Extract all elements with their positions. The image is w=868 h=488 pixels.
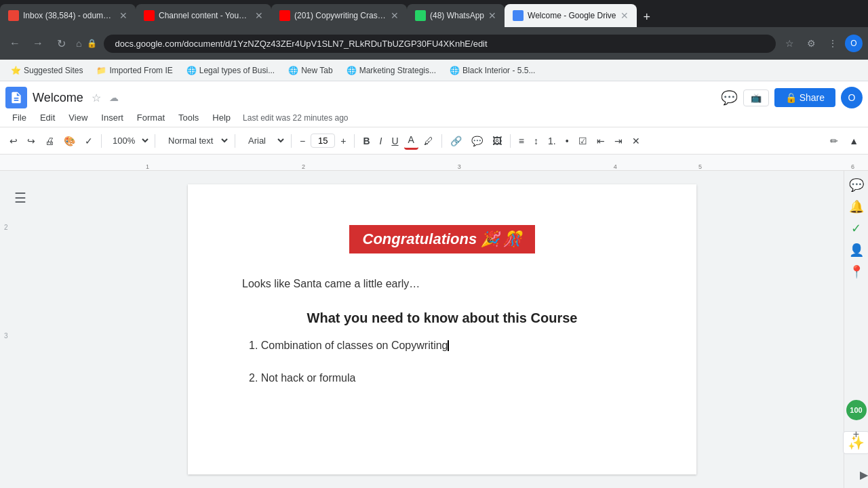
print-button[interactable]: 🖨 <box>41 133 58 149</box>
spell-check-button[interactable]: ✓ <box>81 133 97 149</box>
bookmark-legal[interactable]: 🌐 Legal types of Busi... <box>181 64 280 77</box>
tab-gmail-close[interactable]: ✕ <box>119 10 127 21</box>
tab-youtube1[interactable]: Channel content - YouTube ... ✕ <box>136 4 271 27</box>
bookmark-suggested-sites[interactable]: ⭐ Suggested Sites <box>5 64 88 77</box>
doc-page[interactable]: Congratulations 🎉 🎊 Looks like Santa cam… <box>188 184 696 474</box>
tab-drive-close[interactable]: ✕ <box>620 10 629 21</box>
docs-title-row: Welcome ☆ ☁ 💬 📺 🔒 Share O <box>5 84 863 110</box>
tab-yt2-close[interactable]: ✕ <box>391 10 399 21</box>
yt2-favicon <box>279 10 290 21</box>
share-button[interactable]: 🔒 Share <box>774 88 835 107</box>
bookmark-imported[interactable]: 📁 Imported From IE <box>91 64 178 77</box>
font-size-increase-button[interactable]: + <box>336 133 350 149</box>
docs-user-avatar[interactable]: O <box>841 87 863 108</box>
docs-toolbar: ↩ ↪ 🖨 🎨 ✓ 100% Normal text Arial − + B I… <box>0 127 868 155</box>
bookmark-black-interior[interactable]: 🌐 Black Interior - 5.5... <box>444 64 540 77</box>
doc-subtitle[interactable]: Looks like Santa came a little early… <box>242 278 642 290</box>
reload-button[interactable]: ↻ <box>52 34 71 53</box>
link-button[interactable]: 🔗 <box>446 133 466 149</box>
back-button[interactable]: ← <box>5 34 24 53</box>
style-selector[interactable]: Normal text <box>159 133 231 148</box>
menu-insert[interactable]: Insert <box>94 110 130 125</box>
notifications-sidebar-icon[interactable]: 🔔 <box>849 199 864 214</box>
font-selector[interactable]: Arial <box>239 133 287 148</box>
menu-tools[interactable]: Tools <box>172 110 205 125</box>
underline-button[interactable]: U <box>387 133 402 149</box>
ordered-list-button[interactable]: 1. <box>544 133 560 149</box>
list-item-2[interactable]: 2. Not hack or formula <box>249 372 642 384</box>
comment-sidebar-icon[interactable]: 💬 <box>849 178 864 192</box>
menu-view[interactable]: View <box>62 110 94 125</box>
list-item-1[interactable]: 1. Combination of classes on Copywriting <box>249 340 642 352</box>
browser-menu-button[interactable]: ⋮ <box>823 34 842 53</box>
edit-mode-button[interactable]: ✏ <box>826 133 842 149</box>
score-badge[interactable]: 100 <box>846 400 867 420</box>
redo-button[interactable]: ↪ <box>23 133 39 149</box>
expand-sidebar-button[interactable]: ▶ <box>860 468 868 481</box>
bookmark-star-button[interactable]: ☆ <box>780 34 799 53</box>
checklist-button[interactable]: ☑ <box>574 133 591 149</box>
menu-help[interactable]: Help <box>205 110 237 125</box>
checkmark-sidebar-icon[interactable]: ✓ <box>851 221 861 236</box>
text-cursor <box>448 340 449 351</box>
clear-format-button[interactable]: ✕ <box>628 133 644 149</box>
docs-app-icon[interactable] <box>5 87 27 108</box>
forward-button[interactable]: → <box>28 34 47 53</box>
list-item-2-text: 2. <box>249 372 261 384</box>
new-tab-button[interactable]: + <box>637 7 658 27</box>
home-button[interactable]: ⌂ <box>76 38 81 49</box>
menu-edit[interactable]: Edit <box>33 110 62 125</box>
indent-increase-button[interactable]: ⇥ <box>610 133 627 149</box>
text-color-button[interactable]: A <box>404 131 418 150</box>
image-button[interactable]: 🖼 <box>488 133 506 149</box>
line-spacing-button[interactable]: ↕ <box>530 133 542 149</box>
last-edit-indicator: Last edit was 22 minutes ago <box>243 113 348 123</box>
tab-drive[interactable]: Welcome - Google Drive ✕ <box>505 4 637 27</box>
bold-button[interactable]: B <box>359 133 374 149</box>
people-sidebar-icon[interactable]: 👤 <box>849 243 864 258</box>
zoom-selector[interactable]: 100% <box>106 134 151 148</box>
bookmark-new-tab[interactable]: 🌐 New Tab <box>283 64 338 77</box>
docs-star-button[interactable]: ☆ <box>92 92 101 104</box>
comment-button[interactable]: 💬 <box>721 89 738 106</box>
list-item-1-text: 1. <box>249 340 261 351</box>
align-button[interactable]: ≡ <box>515 133 528 149</box>
font-size-input[interactable] <box>311 134 335 148</box>
italic-button[interactable]: I <box>376 133 387 149</box>
add-content-button[interactable]: + <box>853 428 859 441</box>
doc-heading[interactable]: What you need to know about this Course <box>242 310 642 326</box>
address-input[interactable] <box>104 35 776 53</box>
ruler-marker-2: 2 <box>302 163 305 170</box>
tab-wa-close[interactable]: ✕ <box>488 10 496 21</box>
tab-youtube2[interactable]: (201) Copywriting Crash Cou... ✕ <box>271 4 407 27</box>
doc-page-area[interactable]: Congratulations 🎉 🎊 Looks like Santa cam… <box>41 171 844 488</box>
menu-file[interactable]: File <box>5 110 33 125</box>
browser-profile-avatar[interactable]: O <box>845 35 863 52</box>
share-lock-icon: 🔒 <box>785 92 797 103</box>
bookmark-marketing[interactable]: 🌐 Marketing Strategis... <box>341 64 441 77</box>
collapse-toolbar-button[interactable]: ▲ <box>845 133 863 149</box>
unordered-list-button[interactable]: • <box>561 133 573 149</box>
bookmarks-bar: ⭐ Suggested Sites 📁 Imported From IE 🌐 L… <box>0 60 868 81</box>
outline-icon[interactable]: ☰ <box>9 184 32 211</box>
tab-yt1-close[interactable]: ✕ <box>255 10 263 21</box>
paint-format-button[interactable]: 🎨 <box>60 133 79 149</box>
font-size-decrease-button[interactable]: − <box>296 133 309 149</box>
comment-inline-button[interactable]: 💬 <box>467 133 487 149</box>
maps-sidebar-icon[interactable]: 📍 <box>849 264 864 279</box>
docs-menu-row: File Edit View Insert Format Tools Help … <box>5 110 863 127</box>
extensions-button[interactable]: ⚙ <box>802 34 821 53</box>
tab-gmail[interactable]: Inbox (38,584) - odumosudu... ✕ <box>0 4 136 27</box>
bookmark-marketing-label: Marketing Strategis... <box>359 66 436 75</box>
ruler-marker-1: 1 <box>146 163 149 170</box>
present-mode-button[interactable]: 📺 <box>743 89 769 106</box>
highlight-color-button[interactable]: 🖊 <box>420 133 437 149</box>
yt1-favicon <box>144 10 155 21</box>
tab-yt2-title: (201) Copywriting Crash Cou... <box>294 11 387 20</box>
ruler: 1 2 3 4 5 6 <box>0 155 868 171</box>
indent-decrease-button[interactable]: ⇤ <box>593 133 609 149</box>
bookmark-icon: ⭐ <box>11 66 21 75</box>
undo-button[interactable]: ↩ <box>5 133 22 149</box>
menu-format[interactable]: Format <box>130 110 172 125</box>
tab-whatsapp[interactable]: (48) WhatsApp ✕ <box>407 4 505 27</box>
